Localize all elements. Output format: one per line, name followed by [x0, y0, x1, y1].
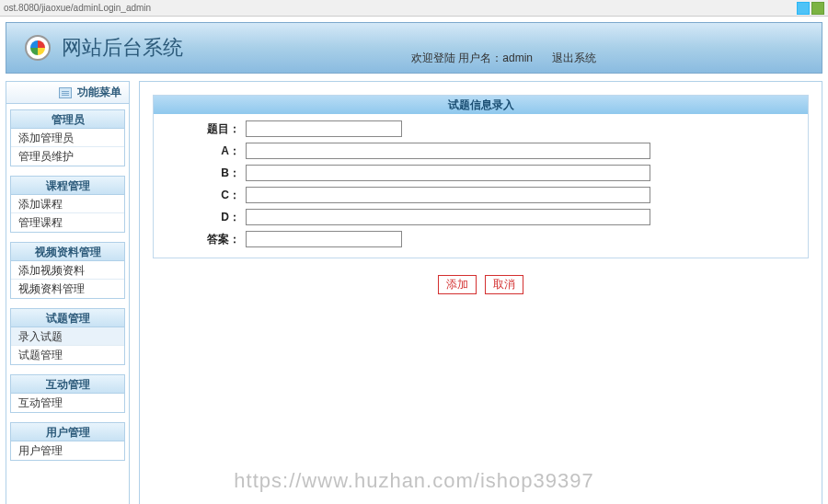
- menu-group: 互动管理互动管理: [10, 374, 125, 413]
- logout-link[interactable]: 退出系统: [552, 52, 596, 64]
- input-c[interactable]: [246, 187, 650, 203]
- site-header: 网站后台系统 欢迎登陆 用户名：admin 退出系统: [6, 22, 822, 74]
- form-container: 试题信息录入 题目： A： B： C：: [153, 95, 809, 258]
- label-b: B：: [163, 166, 246, 181]
- input-a[interactable]: [246, 143, 650, 159]
- input-question[interactable]: [246, 120, 402, 137]
- form-title: 试题信息录入: [154, 96, 808, 114]
- menu-item[interactable]: 管理课程: [11, 213, 124, 232]
- menu-item[interactable]: 试题管理: [11, 346, 124, 364]
- add-button[interactable]: 添加: [438, 275, 477, 294]
- browser-address-bar: ost.8080/jiaoxue/adminLogin_admin: [0, 0, 828, 17]
- label-a: A：: [163, 143, 246, 159]
- menu-group: 管理员添加管理员管理员维护: [10, 109, 125, 166]
- menu-item[interactable]: 管理员维护: [11, 147, 124, 166]
- address-text: ost.8080/jiaoxue/adminLogin_admin: [4, 3, 151, 13]
- menu-group: 课程管理添加课程管理课程: [10, 176, 125, 233]
- sidebar: 功能菜单 管理员添加管理员管理员维护课程管理添加课程管理课程视频资料管理添加视频…: [6, 81, 130, 504]
- menu-group-title: 管理员: [11, 110, 124, 129]
- site-title: 网站后台系统: [62, 34, 183, 62]
- menu-item[interactable]: 互动管理: [11, 394, 124, 412]
- label-answer: 答案：: [163, 232, 246, 247]
- menu-header-label: 功能菜单: [77, 85, 121, 100]
- header-user-area: 欢迎登陆 用户名：admin 退出系统: [411, 51, 613, 66]
- cancel-button[interactable]: 取消: [485, 275, 523, 294]
- menu-header: 功能菜单: [6, 82, 129, 104]
- welcome-text: 欢迎登陆 用户名：admin: [411, 52, 533, 64]
- button-row: 添加 取消: [153, 275, 809, 294]
- menu-item[interactable]: 录入试题: [11, 327, 124, 346]
- menu-group-title: 视频资料管理: [11, 243, 124, 261]
- input-d[interactable]: [246, 209, 650, 225]
- refresh-icon[interactable]: [797, 2, 810, 15]
- menu-item[interactable]: 用户管理: [11, 441, 124, 460]
- menu-item[interactable]: 视频资料管理: [11, 280, 124, 298]
- label-c: C：: [163, 188, 246, 203]
- go-icon[interactable]: [811, 2, 824, 15]
- input-answer[interactable]: [246, 231, 402, 247]
- menu-icon: [59, 87, 72, 98]
- menu-item[interactable]: 添加课程: [11, 195, 124, 213]
- menu-group: 试题管理录入试题试题管理: [10, 308, 125, 365]
- menu-group: 视频资料管理添加视频资料视频资料管理: [10, 242, 125, 299]
- menu-item[interactable]: 添加视频资料: [11, 261, 124, 280]
- label-d: D：: [163, 210, 246, 225]
- menu-group-title: 用户管理: [11, 423, 124, 441]
- menu-item[interactable]: 添加管理员: [11, 129, 124, 147]
- menu-group-title: 试题管理: [11, 309, 124, 327]
- browser-controls: [797, 2, 824, 15]
- menu-group-title: 课程管理: [11, 177, 124, 195]
- menu-group: 用户管理用户管理: [10, 422, 125, 461]
- main-panel: 试题信息录入 题目： A： B： C：: [139, 81, 822, 504]
- logo-icon: [25, 35, 51, 61]
- input-b[interactable]: [246, 165, 650, 181]
- menu-group-title: 互动管理: [11, 375, 124, 394]
- label-question: 题目：: [163, 121, 246, 137]
